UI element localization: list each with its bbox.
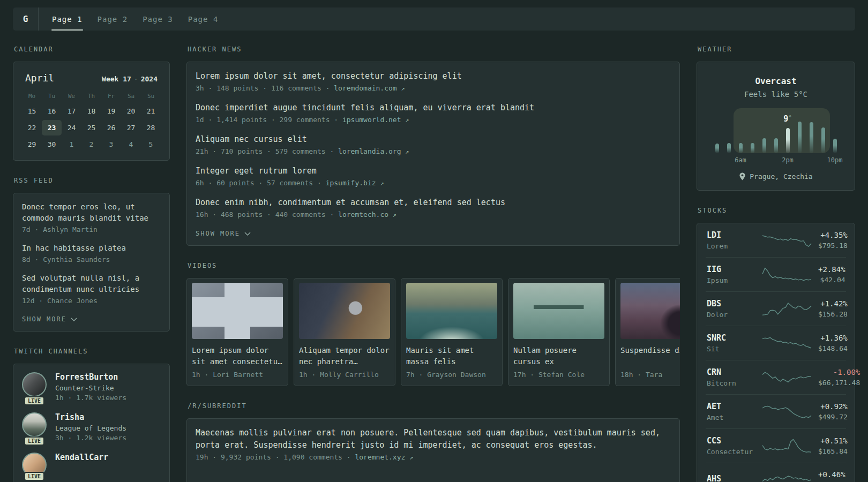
twitch-avatar-wrap: LIVE — [22, 453, 47, 477]
hn-story-domain[interactable]: loremtech.co — [338, 210, 393, 219]
sparkline-chart — [761, 300, 812, 318]
video-card[interactable]: Mauris sit amet massa felis7h · Grayson … — [401, 278, 503, 386]
hn-story-title[interactable]: Lorem ipsum dolor sit amet, consectetur … — [196, 70, 671, 82]
twitch-channel-meta: 1h · 1.7k viewers — [55, 394, 126, 402]
rss-item-title[interactable]: Sed volutpat nulla nisl, a condimentum n… — [22, 273, 161, 295]
stock-id: IIGIpsum — [707, 265, 758, 284]
stock-row-aet[interactable]: AETAmet+0.92%$499.72 — [706, 394, 846, 428]
stock-row-ahs[interactable]: AHS+0.46% — [706, 463, 846, 482]
hn-story-title[interactable]: Integer eget rutrum lorem — [196, 165, 671, 177]
weather-bar — [751, 143, 754, 153]
hn-story-title[interactable]: Aliquam nec cursus elit — [196, 133, 671, 146]
stock-name: Dolor — [707, 311, 758, 319]
weather-time-axis: 6am2pm10pm — [711, 156, 841, 165]
video-card[interactable]: Aliquam tempor dolor nec pharetra…1h · M… — [294, 278, 395, 386]
live-badge: LIVE — [24, 396, 44, 405]
calendar-day-grid: 1516171819202122232425262728293012345 — [22, 103, 161, 152]
video-thumbnail-pillars-sky[interactable] — [192, 283, 283, 339]
twitch-channel-name[interactable]: KendallCarr — [55, 453, 108, 462]
stock-row-dbs[interactable]: DBSDolor+1.42%$156.28 — [706, 291, 846, 326]
subreddit-section-header: /R/SUBREDDIT — [188, 402, 680, 410]
hn-story-domain[interactable]: ipsumify.biz — [326, 179, 380, 187]
stock-row-snrc[interactable]: SNRCSit+1.36%$148.64 — [706, 326, 846, 360]
rss-item-title[interactable]: In hac habitasse platea — [22, 243, 161, 254]
top-nav: G Page 1Page 2Page 3Page 4 — [13, 7, 855, 31]
hn-story-meta: 21h · 710 points · 579 comments · loreml… — [196, 147, 671, 155]
stock-sparkline — [761, 334, 815, 352]
twitch-channel-name[interactable]: ForrestBurton — [55, 372, 126, 382]
nav-tab-4[interactable]: Page 4 — [188, 7, 219, 31]
calendar-day: 28 — [141, 120, 161, 135]
live-badge: LIVE — [24, 472, 44, 481]
live-badge: LIVE — [24, 436, 44, 446]
location-pin-icon — [739, 172, 746, 180]
weather-bar — [727, 143, 731, 153]
video-card[interactable]: Lorem ipsum dolor sit amet consectetu…1h… — [186, 278, 288, 386]
hn-story-stats: 16h · 468 points · 440 comments · — [196, 210, 338, 219]
rss-item-title[interactable]: Donec tempor eros leo, ut commodo mauris… — [22, 201, 161, 224]
video-thumbnail-canoe-fog[interactable] — [513, 283, 604, 339]
video-thumbnail-foggy-field-figure[interactable] — [620, 283, 680, 339]
hn-story-domain[interactable]: ipsumworld.net — [342, 116, 405, 124]
sparkline-chart — [761, 334, 812, 352]
calendar-day: 27 — [121, 120, 141, 135]
video-card[interactable]: Nullam posuere cursus ex17h · Stefan Col… — [508, 278, 610, 386]
subreddit-post-meta: 19h · 9,932 points · 1,090 comments · lo… — [196, 453, 671, 461]
video-meta: 1h · Molly Carrillo — [299, 371, 390, 379]
stock-change: +0.92% — [818, 402, 848, 411]
nav-tab-1[interactable]: Page 1 — [51, 7, 83, 31]
hn-story-domain[interactable]: loremdomain.com — [334, 84, 401, 92]
video-card[interactable]: Suspendisse diam18h · Tara — [615, 278, 680, 386]
calendar-month: April — [25, 72, 54, 84]
twitch-channel-row[interactable]: LIVETrishaLeague of Legends3h · 1.2k vie… — [22, 412, 161, 442]
stock-id: SNRCSit — [707, 333, 758, 353]
nav-tab-3[interactable]: Page 3 — [142, 7, 174, 31]
calendar-widget: April Week 17·2024 MoTuWeThFrSaSu 151617… — [13, 62, 170, 161]
stock-row-ldi[interactable]: LDILorem+4.35%$795.18 — [706, 223, 846, 257]
rss-item: Sed volutpat nulla nisl, a condimentum n… — [22, 273, 161, 305]
video-thumbnail-vintage-camera[interactable] — [299, 283, 390, 339]
stock-values: +2.84%$42.04 — [818, 265, 845, 284]
calendar-weekday: Sa — [121, 90, 141, 103]
rss-item-meta: 7d · Ashlyn Martin — [22, 225, 161, 234]
hn-story-list: Lorem ipsum dolor sit amet, consectetur … — [196, 70, 671, 219]
stock-name: Ipsum — [707, 276, 758, 284]
hn-show-more-button[interactable]: SHOW MORE — [196, 228, 251, 237]
stock-values: +1.36%$148.64 — [818, 334, 848, 352]
stock-id: AETAmet — [707, 402, 758, 421]
weather-bar-chart: 9° — [711, 107, 841, 153]
stock-name: Amet — [707, 413, 758, 421]
rss-item-list: Donec tempor eros leo, ut commodo mauris… — [22, 201, 161, 305]
calendar-weekday: We — [62, 90, 81, 103]
sparkline-chart — [761, 403, 812, 421]
stock-row-ccs[interactable]: CCSConsectetur+0.51%$165.84 — [706, 428, 846, 463]
twitch-widget: LIVEForrestBurtonCounter-Strike1h · 1.7k… — [13, 364, 170, 482]
video-thumbnail-boat-wake-city[interactable] — [406, 283, 497, 339]
logo[interactable]: G — [13, 7, 38, 31]
subreddit-post-title[interactable]: Maecenas mollis pulvinar erat non posuer… — [196, 427, 671, 451]
weather-bar — [810, 122, 813, 153]
hn-story-meta: 6h · 60 points · 57 comments · ipsumify.… — [196, 179, 671, 187]
hn-story-title[interactable]: Donec imperdiet augue tincidunt felis al… — [196, 102, 671, 114]
calendar-day: 1 — [62, 137, 81, 152]
hn-story-stats: 1d · 1,414 points · 299 comments · — [196, 116, 342, 124]
hn-story-item: Lorem ipsum dolor sit amet, consectetur … — [196, 70, 671, 92]
stock-row-iig[interactable]: IIGIpsum+2.84%$42.04 — [706, 257, 846, 291]
twitch-channel-row[interactable]: LIVEForrestBurtonCounter-Strike1h · 1.7k… — [22, 372, 161, 402]
hn-story-stats: 6h · 60 points · 57 comments · — [196, 179, 326, 187]
subreddit-post-domain[interactable]: loremnet.xyz — [355, 453, 409, 461]
stock-name: Lorem — [707, 242, 758, 250]
hn-story-title[interactable]: Donec enim nibh, condimentum et accumsan… — [196, 197, 671, 209]
nav-tab-2[interactable]: Page 2 — [97, 7, 129, 31]
rss-show-more-button[interactable]: SHOW MORE — [22, 314, 77, 323]
video-meta: 1h · Lori Barnett — [192, 371, 283, 379]
stock-row-crn[interactable]: CRNBitcorn-1.00%$66,171.48 — [706, 360, 846, 394]
twitch-channel-name[interactable]: Trisha — [55, 412, 126, 422]
twitch-channel-row[interactable]: LIVEKendallCarr — [22, 453, 161, 477]
stock-price: $148.64 — [818, 344, 848, 352]
weather-time-label: 2pm — [782, 156, 794, 164]
hn-story-domain[interactable]: loremlandia.org — [338, 147, 405, 155]
weather-location: Prague, Czechia — [706, 172, 846, 180]
avatar — [22, 412, 47, 437]
calendar-day: 21 — [141, 103, 161, 119]
